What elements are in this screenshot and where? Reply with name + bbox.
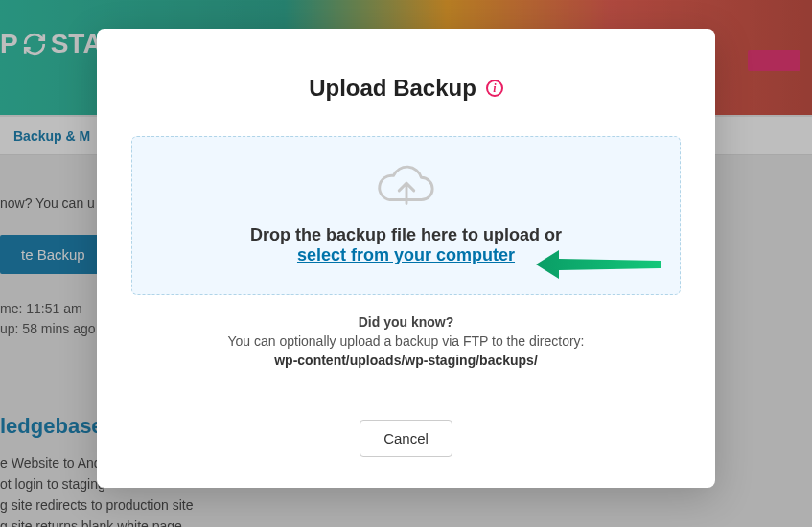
select-from-computer-link[interactable]: select from your computer <box>297 245 515 264</box>
cloud-upload-icon <box>377 162 436 212</box>
modal-title: Upload Backup <box>309 75 476 102</box>
cancel-button[interactable]: Cancel <box>360 420 452 457</box>
ftp-path: wp-content/uploads/wp-staging/backups/ <box>131 353 681 368</box>
modal-overlay: Upload Backup i Drop the backup file her… <box>0 0 812 527</box>
ftp-instruction: You can optionally upload a backup via F… <box>131 333 681 349</box>
modal-title-row: Upload Backup i <box>131 75 681 102</box>
upload-backup-modal: Upload Backup i Drop the backup file her… <box>97 29 715 488</box>
did-you-know-heading: Did you know? <box>131 314 681 330</box>
upload-dropzone[interactable]: Drop the backup file here to upload or s… <box>131 136 681 295</box>
info-icon[interactable]: i <box>486 80 503 97</box>
annotation-arrow-icon <box>536 248 661 281</box>
drop-text-prefix: Drop the backup file here to upload or <box>250 225 562 244</box>
